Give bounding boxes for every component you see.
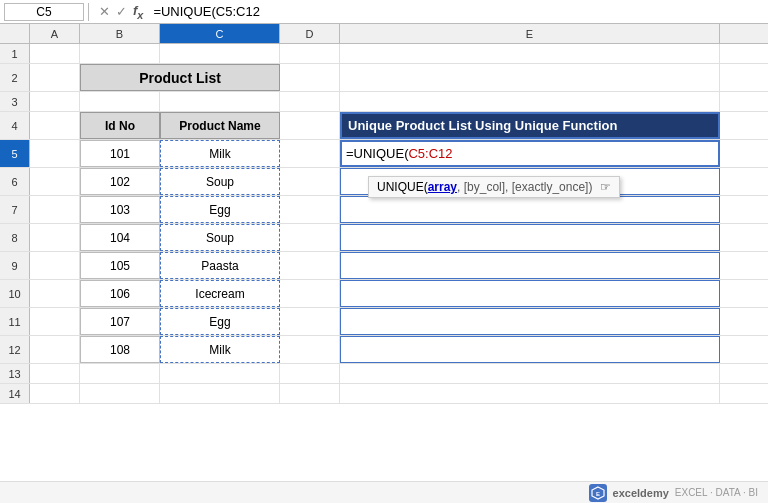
cell-d8[interactable] [280, 224, 340, 251]
cell-b14[interactable] [80, 384, 160, 403]
row-num-9: 9 [0, 252, 30, 279]
formula-bar-separator [88, 3, 89, 21]
row-num-7: 7 [0, 196, 30, 223]
cell-id-105[interactable]: 105 [80, 252, 160, 279]
col-header-c[interactable]: C [160, 24, 280, 43]
cell-a12[interactable] [30, 336, 80, 363]
cell-id-104[interactable]: 104 [80, 224, 160, 251]
table-row: 11 107 Egg [0, 308, 768, 336]
cell-d2[interactable] [280, 64, 340, 91]
cell-id-103[interactable]: 103 [80, 196, 160, 223]
cell-e10[interactable] [340, 280, 720, 307]
cell-id-102[interactable]: 102 [80, 168, 160, 195]
cell-d11[interactable] [280, 308, 340, 335]
cell-b1[interactable] [80, 44, 160, 63]
autocomplete-func-name: UNIQUE( [377, 180, 428, 194]
cell-d12[interactable] [280, 336, 340, 363]
cell-id-101[interactable]: 101 [80, 140, 160, 167]
cell-d3[interactable] [280, 92, 340, 111]
cell-d5[interactable] [280, 140, 340, 167]
cell-a8[interactable] [30, 224, 80, 251]
col-header-b[interactable]: B [80, 24, 160, 43]
row-num-header [0, 24, 30, 43]
formula-input[interactable]: =UNIQUE(C5:C12 [153, 4, 764, 19]
cell-soup2[interactable]: Soup [160, 224, 280, 251]
cell-e12[interactable] [340, 336, 720, 363]
col-header-d[interactable]: D [280, 24, 340, 43]
cancel-formula-icon[interactable]: ✕ [99, 4, 110, 19]
cell-milk[interactable]: Milk [160, 140, 280, 167]
cell-a13[interactable] [30, 364, 80, 383]
cell-d1[interactable] [280, 44, 340, 63]
col-header-a[interactable]: A [30, 24, 80, 43]
cell-d6[interactable] [280, 168, 340, 195]
cell-unique-header[interactable]: Unique Product List Using Unique Functio… [340, 112, 720, 139]
cell-d14[interactable] [280, 384, 340, 403]
cell-e13[interactable] [340, 364, 720, 383]
cell-c1[interactable] [160, 44, 280, 63]
cell-b13[interactable] [80, 364, 160, 383]
table-row: 4 Id No Product Name Unique Product List… [0, 112, 768, 140]
cell-d10[interactable] [280, 280, 340, 307]
cell-b3[interactable] [80, 92, 160, 111]
confirm-formula-icon[interactable]: ✓ [116, 4, 127, 19]
cell-e9[interactable] [340, 252, 720, 279]
cell-milk2[interactable]: Milk [160, 336, 280, 363]
cell-a10[interactable] [30, 280, 80, 307]
row-num-5: 5 [0, 140, 30, 167]
cell-e1[interactable] [340, 44, 720, 63]
cell-a14[interactable] [30, 384, 80, 403]
cell-egg2[interactable]: Egg [160, 308, 280, 335]
cell-a4[interactable] [30, 112, 80, 139]
cell-c14[interactable] [160, 384, 280, 403]
cell-d7[interactable] [280, 196, 340, 223]
cell-c3[interactable] [160, 92, 280, 111]
cell-a6[interactable] [30, 168, 80, 195]
logo-icon: E [591, 486, 605, 500]
formula-icons: ✕ ✓ fx [93, 3, 149, 21]
cell-a11[interactable] [30, 308, 80, 335]
cell-id-108[interactable]: 108 [80, 336, 160, 363]
table-row: 3 [0, 92, 768, 112]
cell-d9[interactable] [280, 252, 340, 279]
cell-e2[interactable] [340, 64, 720, 91]
cell-id-106[interactable]: 106 [80, 280, 160, 307]
row-num-1: 1 [0, 44, 30, 63]
cell-reference-box[interactable]: C5 [4, 3, 84, 21]
cell-e14[interactable] [340, 384, 720, 403]
insert-function-icon[interactable]: fx [133, 3, 143, 21]
cell-e3[interactable] [340, 92, 720, 111]
col-header-e[interactable]: E [340, 24, 720, 43]
row-num-3: 3 [0, 92, 30, 111]
cell-e11[interactable] [340, 308, 720, 335]
cell-e8[interactable] [340, 224, 720, 251]
table-row: 8 104 Soup [0, 224, 768, 252]
watermark: E exceldemy EXCEL · DATA · BI [589, 484, 758, 502]
cell-icecream[interactable]: Icecream [160, 280, 280, 307]
cell-egg[interactable]: Egg [160, 196, 280, 223]
cell-a2[interactable] [30, 64, 80, 91]
cell-a3[interactable] [30, 92, 80, 111]
cell-a9[interactable] [30, 252, 80, 279]
table-row: 9 105 Paasta [0, 252, 768, 280]
spreadsheet: A B C D E 1 2 Product List [0, 24, 768, 503]
cell-e7[interactable] [340, 196, 720, 223]
cell-a1[interactable] [30, 44, 80, 63]
cell-product-name-header[interactable]: Product Name [160, 112, 280, 139]
cell-id-107[interactable]: 107 [80, 308, 160, 335]
table-row: 2 Product List [0, 64, 768, 92]
product-list-header[interactable]: Product List [80, 64, 280, 91]
rows-area: 1 2 Product List 3 [0, 44, 768, 404]
cell-d13[interactable] [280, 364, 340, 383]
row-num-10: 10 [0, 280, 30, 307]
cell-c13[interactable] [160, 364, 280, 383]
cell-unique-formula[interactable]: =UNIQUE(C5:C12 [340, 140, 720, 167]
cell-a7[interactable] [30, 196, 80, 223]
cell-d4[interactable] [280, 112, 340, 139]
cell-soup[interactable]: Soup [160, 168, 280, 195]
cell-paasta[interactable]: Paasta [160, 252, 280, 279]
cell-id-no-header[interactable]: Id No [80, 112, 160, 139]
row-num-4: 4 [0, 112, 30, 139]
autocomplete-param-array: array [428, 180, 457, 194]
cell-a5[interactable] [30, 140, 80, 167]
